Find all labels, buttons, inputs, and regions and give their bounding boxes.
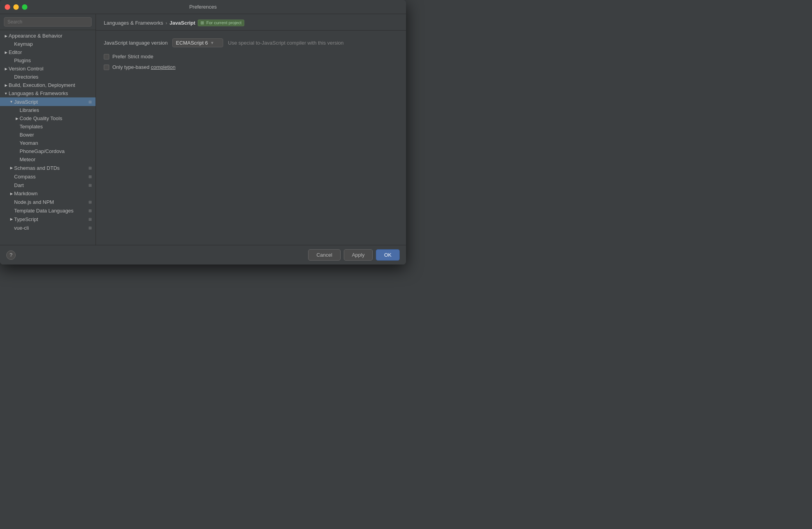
- main-content: ▶Appearance & BehaviorKeymap▶EditorPlugi…: [0, 14, 406, 245]
- completion-row: Only type-based completion: [104, 64, 398, 70]
- sidebar-item-keymap[interactable]: Keymap: [0, 40, 96, 48]
- sidebar-item-version-control[interactable]: ▶Version Control: [0, 65, 96, 73]
- arrow-spacer-compass: [9, 174, 14, 179]
- arrow-icon-typescript: ▶: [9, 216, 14, 222]
- titlebar: Preferences: [0, 0, 406, 14]
- sidebar-item-vue-cli[interactable]: vue-cli⊞: [0, 223, 96, 232]
- completion-label: Only type-based completion: [112, 64, 175, 70]
- sidebar-item-dart[interactable]: Dart⊞: [0, 181, 96, 189]
- sidebar-item-label-template-data-languages: Template Data Languages: [14, 208, 87, 214]
- sidebar-item-label-meteor: Meteor: [20, 157, 96, 162]
- minimize-button[interactable]: [13, 4, 19, 10]
- strict-mode-row: Prefer Strict mode: [104, 54, 398, 59]
- sidebar-item-label-languages-frameworks: Languages & Frameworks: [9, 90, 96, 96]
- arrow-spacer-keymap: [9, 41, 14, 47]
- arrow-spacer-bower: [14, 132, 20, 138]
- arrow-spacer-plugins: [9, 58, 14, 63]
- sidebar-item-languages-frameworks[interactable]: ▼Languages & Frameworks: [0, 89, 96, 97]
- version-label: JavaScript language version: [104, 40, 168, 46]
- sidebar-item-label-typescript: TypeScript: [14, 216, 87, 222]
- sidebar-item-label-directories: Directories: [14, 74, 96, 80]
- breadcrumb-separator: ›: [166, 20, 167, 26]
- arrow-spacer-vue-cli: [9, 225, 14, 230]
- arrow-spacer-phonegap-cordova: [14, 149, 20, 154]
- project-icon-dart: ⊞: [87, 182, 93, 188]
- completion-checkbox[interactable]: [104, 65, 109, 70]
- project-icon-javascript: ⊞: [87, 99, 93, 105]
- sidebar-item-phonegap-cordova[interactable]: PhoneGap/Cordova: [0, 147, 96, 155]
- sidebar-item-templates[interactable]: Templates: [0, 122, 96, 131]
- strict-mode-label: Prefer Strict mode: [112, 54, 153, 59]
- completion-underline: completion: [151, 64, 175, 70]
- project-icon-schemas-dtds: ⊞: [87, 165, 93, 171]
- sidebar-item-appearance-behavior[interactable]: ▶Appearance & Behavior: [0, 32, 96, 40]
- version-select[interactable]: ECMAScript 6 ▼: [172, 38, 223, 47]
- arrow-icon-editor: ▶: [3, 50, 9, 55]
- sidebar-item-label-schemas-dtds: Schemas and DTDs: [14, 165, 87, 171]
- sidebar-item-editor[interactable]: ▶Editor: [0, 48, 96, 56]
- sidebar-item-libraries[interactable]: Libraries: [0, 106, 96, 114]
- sidebar-item-markdown[interactable]: ▶Markdown: [0, 189, 96, 198]
- sidebar-item-schemas-dtds[interactable]: ▶Schemas and DTDs⊞: [0, 164, 96, 172]
- cancel-button[interactable]: Cancel: [308, 249, 340, 261]
- sidebar-item-label-dart: Dart: [14, 182, 87, 188]
- sidebar-item-template-data-languages[interactable]: Template Data Languages⊞: [0, 206, 96, 215]
- sidebar-item-yeoman[interactable]: Yeoman: [0, 139, 96, 147]
- arrow-icon-schemas-dtds: ▶: [9, 165, 14, 171]
- arrow-icon-javascript: ▼: [9, 99, 14, 104]
- arrow-icon-markdown: ▶: [9, 191, 14, 196]
- sidebar-item-nodejs-npm[interactable]: Node.js and NPM⊞: [0, 198, 96, 206]
- sidebar-item-code-quality-tools[interactable]: ▶Code Quality Tools: [0, 114, 96, 122]
- window-buttons[interactable]: [5, 4, 27, 10]
- strict-mode-checkbox[interactable]: [104, 54, 109, 59]
- arrow-spacer-directories: [9, 74, 14, 80]
- sidebar-item-label-nodejs-npm: Node.js and NPM: [14, 199, 87, 205]
- arrow-spacer-meteor: [14, 157, 20, 162]
- arrow-icon-version-control: ▶: [3, 66, 9, 72]
- sidebar-item-label-appearance-behavior: Appearance & Behavior: [9, 33, 96, 39]
- close-button[interactable]: [5, 4, 10, 10]
- sidebar-item-javascript[interactable]: ▼JavaScript⊞: [0, 97, 96, 106]
- sidebar-item-label-plugins: Plugins: [14, 58, 96, 63]
- arrow-spacer-templates: [14, 124, 20, 130]
- sidebar-item-label-bower: Bower: [20, 132, 96, 138]
- sidebar-item-bower[interactable]: Bower: [0, 131, 96, 139]
- maximize-button[interactable]: [22, 4, 27, 10]
- sidebar-item-label-vue-cli: vue-cli: [14, 225, 87, 231]
- help-button[interactable]: ?: [6, 250, 16, 260]
- version-value: ECMAScript 6: [176, 40, 208, 46]
- sidebar-item-label-keymap: Keymap: [14, 41, 96, 47]
- ok-button[interactable]: OK: [376, 249, 400, 261]
- footer: ? Cancel Apply OK: [0, 245, 406, 264]
- sidebar-item-compass[interactable]: Compass⊞: [0, 172, 96, 181]
- arrow-spacer-nodejs-npm: [9, 199, 14, 205]
- sidebar-item-label-version-control: Version Control: [9, 66, 96, 72]
- sidebar-item-plugins[interactable]: Plugins: [0, 56, 96, 65]
- version-setting-row: JavaScript language version ECMAScript 6…: [104, 38, 398, 47]
- sidebar-item-label-compass: Compass: [14, 174, 87, 180]
- sidebar-item-build-execution-deployment[interactable]: ▶Build, Execution, Deployment: [0, 81, 96, 89]
- sidebar-item-directories[interactable]: Directories: [0, 73, 96, 81]
- sidebar-item-typescript[interactable]: ▶TypeScript⊞: [0, 215, 96, 223]
- arrow-spacer-template-data-languages: [9, 208, 14, 213]
- sidebar-item-label-libraries: Libraries: [20, 107, 96, 113]
- sidebar-item-meteor[interactable]: Meteor: [0, 155, 96, 164]
- project-badge: ⊞ For current project: [198, 20, 244, 26]
- arrow-spacer-libraries: [14, 108, 20, 113]
- arrow-spacer-dart: [9, 182, 14, 188]
- arrow-icon-languages-frameworks: ▼: [3, 91, 9, 96]
- sidebar-item-label-editor: Editor: [9, 49, 96, 55]
- sidebar-item-label-build-execution-deployment: Build, Execution, Deployment: [9, 82, 96, 88]
- panel-body: JavaScript language version ECMAScript 6…: [96, 31, 406, 245]
- search-input[interactable]: [4, 17, 92, 27]
- project-icon-typescript: ⊞: [87, 216, 93, 222]
- breadcrumb-part1: Languages & Frameworks: [104, 20, 163, 26]
- project-icon-nodejs-npm: ⊞: [87, 199, 93, 205]
- apply-button[interactable]: Apply: [344, 249, 373, 261]
- project-icon-compass: ⊞: [87, 173, 93, 180]
- arrow-icon-code-quality-tools: ▶: [14, 116, 20, 121]
- arrow-icon-build-execution-deployment: ▶: [3, 83, 9, 88]
- sidebar: ▶Appearance & BehaviorKeymap▶EditorPlugi…: [0, 14, 96, 245]
- chevron-down-icon: ▼: [210, 41, 214, 45]
- sidebar-item-label-code-quality-tools: Code Quality Tools: [20, 115, 96, 121]
